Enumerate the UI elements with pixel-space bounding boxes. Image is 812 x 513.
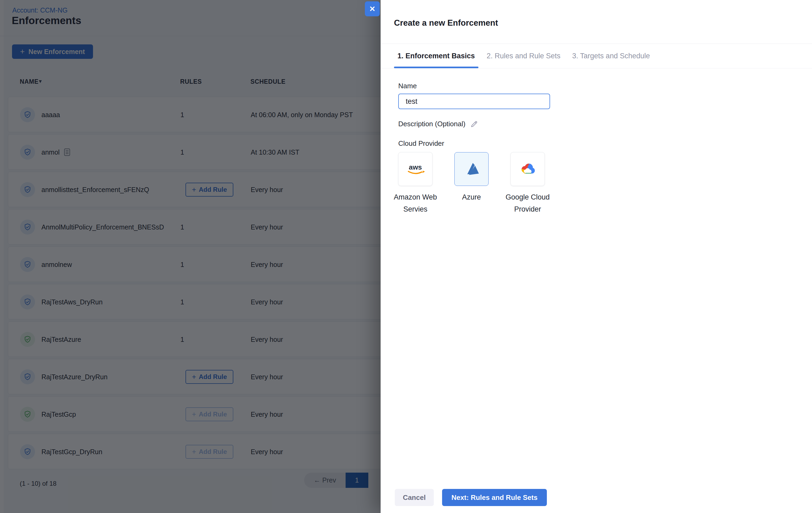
provider-label: Amazon Web Servies <box>390 191 440 215</box>
cloud-provider-options: aws Amazon Web Servies Azure <box>398 152 794 215</box>
svg-text:aws: aws <box>409 163 422 171</box>
provider-card-gcp[interactable]: Google Cloud Provider <box>511 152 545 215</box>
google-cloud-logo <box>518 160 537 179</box>
tab-step-1[interactable]: 1. Enforcement Basics <box>398 44 475 68</box>
description-label: Description (Optional) <box>398 120 465 128</box>
drawer-footer: Cancel Next: Rules and Rule Sets <box>395 489 547 506</box>
provider-card-aws[interactable]: aws Amazon Web Servies <box>398 152 432 215</box>
provider-label: Google Cloud Provider <box>503 191 552 215</box>
create-enforcement-drawer: ✕ Create a new Enforcement 1. Enforcemen… <box>381 0 812 513</box>
wizard-tabbar: 1. Enforcement Basics2. Rules and Rule S… <box>381 44 812 69</box>
cloud-provider-label: Cloud Provider <box>398 139 794 147</box>
provider-card-surface <box>511 152 545 186</box>
cancel-button[interactable]: Cancel <box>395 489 434 506</box>
provider-card-azure[interactable]: Azure <box>454 152 489 215</box>
enforcement-basics-form: Name Description (Optional) Cloud Provid… <box>398 82 794 215</box>
provider-card-surface: aws <box>398 152 432 186</box>
drawer-title: Create a new Enforcement <box>394 18 498 28</box>
name-input[interactable] <box>398 93 550 109</box>
provider-label: Azure <box>446 191 496 203</box>
edit-description-icon[interactable] <box>470 120 478 128</box>
tab-step-2[interactable]: 2. Rules and Rule Sets <box>487 44 560 68</box>
azure-logo <box>462 160 481 178</box>
provider-card-surface <box>454 152 489 186</box>
close-icon[interactable]: ✕ <box>365 1 380 16</box>
aws-logo: aws <box>405 162 426 176</box>
name-label: Name <box>398 82 794 90</box>
next-button[interactable]: Next: Rules and Rule Sets <box>442 489 547 506</box>
tab-step-3[interactable]: 3. Targets and Schedule <box>572 44 650 68</box>
